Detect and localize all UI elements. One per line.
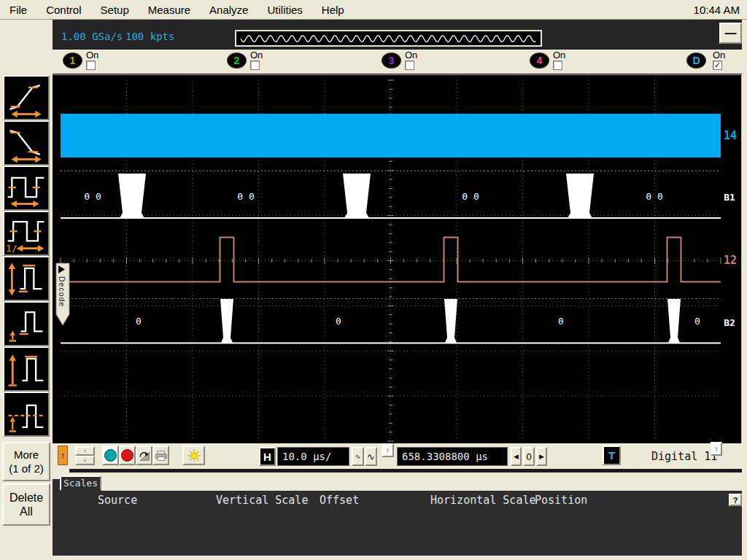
channel-4-button[interactable]: 4 <box>530 52 549 69</box>
zoom-in-wave-button[interactable]: ∿ <box>365 447 377 466</box>
more-button[interactable]: More (1 of 2) <box>2 442 50 481</box>
position-right-button[interactable]: ▶ <box>536 447 547 466</box>
channel-digital-label: D <box>692 55 700 66</box>
horizontal-badge: H <box>259 447 276 466</box>
menu-control[interactable]: Control <box>36 4 90 16</box>
bus2-value: 0 <box>336 316 341 327</box>
timebase-value: 10.0 µs/ <box>282 451 331 462</box>
sun-icon <box>186 448 202 464</box>
channel-2-button[interactable]: 2 <box>227 52 247 69</box>
menu-setup[interactable]: Setup <box>91 4 139 16</box>
channel-4-on-checkbox[interactable] <box>553 61 562 70</box>
channel-digital-button[interactable]: D <box>686 52 706 69</box>
channel-3-button[interactable]: 3 <box>382 52 401 69</box>
results-header-offset: Offset <box>320 494 359 507</box>
v-base-icon <box>4 303 48 345</box>
brightness-button[interactable] <box>182 446 205 465</box>
measure-fall-time-button[interactable] <box>3 120 50 166</box>
trigger-popup-button[interactable]: ↑ <box>711 442 722 456</box>
h-label: H <box>263 451 271 463</box>
position-zero-button[interactable]: 0 <box>523 447 535 466</box>
channel-1-on-checkbox[interactable] <box>86 61 96 70</box>
measure-v-base-button[interactable] <box>3 301 50 346</box>
print-button[interactable] <box>152 446 169 465</box>
channel-3-on-label: On <box>405 50 417 61</box>
delete-all-line1: Delete <box>9 491 43 505</box>
bus1-value: 0 0 <box>237 191 254 202</box>
timebase-field[interactable]: 10.0 µs/ <box>277 447 349 466</box>
results-panel <box>53 491 742 556</box>
channel-digital-on-checkbox[interactable]: ✓ <box>713 61 722 70</box>
touch-button[interactable] <box>136 446 152 465</box>
channel-3-label: 3 <box>389 55 395 66</box>
trace-label-digital14[interactable]: 14 <box>724 129 737 142</box>
bus2-value: 0 <box>558 316 564 327</box>
decode-tab[interactable]: Decode <box>56 263 69 325</box>
delete-all-button[interactable]: Delete All <box>2 483 50 526</box>
menu-bar: File Control Setup Measure Analyze Utili… <box>0 0 747 20</box>
window-bottom-edge <box>0 556 747 560</box>
waveform-display: 0 0 0 0 0 0 0 0 0 0 0 0 14 B1 12 B2 Deco <box>53 74 743 443</box>
horizontal-position-field[interactable]: 658.3308800 µs <box>397 447 508 466</box>
scroll-down-button[interactable]: ∨ <box>75 456 95 465</box>
right-arrow-icon: ▶ <box>539 453 544 460</box>
channel-3-on-checkbox[interactable] <box>405 61 414 70</box>
panel-shadow <box>69 469 743 472</box>
zero-label: 0 <box>526 451 531 462</box>
menu-analyze[interactable]: Analyze <box>200 4 258 16</box>
trigger-level-marker-button[interactable]: ↑ <box>58 446 68 465</box>
minimize-icon: — <box>725 27 737 40</box>
window-right-edge <box>742 20 747 560</box>
large-sine-icon: ∿ <box>367 451 375 462</box>
bus2-value: 0 <box>136 316 142 327</box>
more-button-line2: (1 of 2) <box>9 462 44 475</box>
menu-measure[interactable]: Measure <box>139 4 200 16</box>
measure-v-top-button[interactable] <box>3 346 50 392</box>
menu-help[interactable]: Help <box>312 4 354 16</box>
measure-v-average-button[interactable] <box>3 392 50 437</box>
help-button[interactable]: ? <box>729 494 742 506</box>
channel-1-button[interactable]: 1 <box>63 52 82 69</box>
channel-4-label: 4 <box>537 55 543 66</box>
measure-rise-time-button[interactable] <box>3 75 50 120</box>
touch-icon <box>138 449 151 462</box>
scroll-up-button[interactable]: ∧ <box>75 446 95 456</box>
channel-1-on-label: On <box>86 50 98 61</box>
trace-label-digital12[interactable]: 12 <box>724 254 737 267</box>
svg-text:1/: 1/ <box>6 243 18 254</box>
up-arrow-icon: ↑ <box>715 445 719 453</box>
stop-icon <box>121 449 133 462</box>
run-button[interactable] <box>102 446 119 465</box>
channel-4-on-label: On <box>553 50 565 61</box>
position-left-button[interactable]: ◀ <box>511 447 522 466</box>
stop-button[interactable] <box>119 446 136 465</box>
checkmark: ✓ <box>714 61 721 69</box>
trigger-badge[interactable]: T <box>603 446 621 465</box>
timebase-popup-button[interactable]: ↑ <box>382 443 394 457</box>
rise-time-icon <box>4 77 48 119</box>
pulse-width-icon <box>4 167 48 209</box>
clock: 10:44 AM <box>694 4 747 16</box>
measure-frequency-button[interactable]: 1/ <box>3 211 50 256</box>
horizontal-position-value: 658.3308800 µs <box>402 451 488 462</box>
bus1-value: 0 0 <box>84 191 101 202</box>
measure-peak-to-peak-button[interactable] <box>3 256 50 301</box>
menu-utilities[interactable]: Utilities <box>258 4 311 16</box>
minimize-button[interactable]: — <box>719 23 742 44</box>
zoom-out-wave-button[interactable]: ∿ <box>352 447 364 466</box>
printer-icon <box>155 449 168 462</box>
v-average-icon <box>4 393 48 435</box>
tab-scales[interactable]: Scales <box>60 475 101 491</box>
up-arrow-icon: ↑ <box>386 446 390 454</box>
more-button-line1: More <box>14 448 39 462</box>
decode-tab-label: Decode <box>58 276 66 307</box>
measure-pulse-width-button[interactable] <box>3 166 50 211</box>
channel-2-on-checkbox[interactable] <box>250 61 260 70</box>
oscilloscope-app: File Control Setup Measure Analyze Utili… <box>0 0 747 560</box>
panel-corner <box>53 479 60 491</box>
trace-label-bus2[interactable]: B2 <box>724 317 735 328</box>
trace-label-bus1[interactable]: B1 <box>724 192 735 203</box>
peak-to-peak-icon <box>4 257 48 300</box>
waveform-preview[interactable] <box>235 30 542 47</box>
menu-file[interactable]: File <box>0 4 36 16</box>
